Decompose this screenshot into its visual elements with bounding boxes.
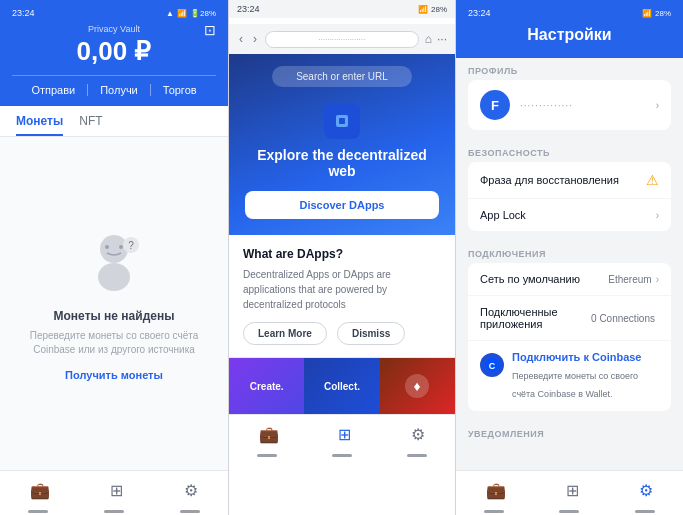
coinbase-connect-row[interactable]: C Подключить к Coinbase Переведите монет… [468, 341, 671, 411]
notifications-section: УВЕДОМЛЕНИЯ [456, 421, 683, 443]
status-icons: ▲ 📶 🔋28% [166, 9, 216, 18]
svg-text:C: C [489, 361, 496, 371]
forward-button[interactable]: › [251, 30, 259, 48]
gesture-back [28, 510, 48, 513]
url-text: ····················· [319, 35, 366, 44]
settings-status-icons: 📶 28% [642, 9, 671, 18]
qr-icon[interactable]: ⊡ [204, 22, 216, 38]
hero-title: Explore the decentralized web [245, 147, 439, 179]
settings-time: 23:24 [468, 8, 491, 18]
browser-action-icons: ⌂ ··· [425, 32, 447, 46]
app-lock-label: App Lock [480, 209, 656, 221]
dapp-hero-section: Search or enter URL Explore the decentra… [229, 54, 455, 235]
app-lock-row[interactable]: App Lock › [468, 199, 671, 231]
grid-nav-icon[interactable]: ⊞ [102, 479, 131, 502]
asset-tabs: Монеты NFT [0, 106, 228, 137]
profile-section: ПРОФИЛЬ F ·············· › [456, 58, 683, 140]
browser-status-icons: 📶 28% [418, 5, 447, 14]
browser-gesture-bar [229, 450, 455, 459]
settings-content: ПРОФИЛЬ F ·············· › БЕЗОПАСНОСТЬ … [456, 58, 683, 470]
browser-settings-icon[interactable]: ⚙ [403, 423, 433, 446]
dapp-info-card: What are DApps? Decentralized Apps or DA… [229, 235, 455, 358]
profile-row[interactable]: F ·············· › [468, 80, 671, 130]
settings-gesture-back [484, 510, 504, 513]
browser-gesture-recents [407, 454, 427, 457]
balance-display: 0,00 ₽ [77, 36, 152, 67]
status-bar: 23:24 ▲ 📶 🔋28% [12, 8, 216, 18]
tab-coins[interactable]: Монеты [16, 114, 63, 136]
status-time: 23:24 [12, 8, 35, 18]
get-coins-link[interactable]: Получить монеты [65, 369, 163, 381]
nft-banner: Create. Collect. ♦ [229, 358, 455, 414]
gesture-home [104, 510, 124, 513]
settings-panel: 23:24 📶 28% Настройки ПРОФИЛЬ F ········… [456, 0, 683, 515]
svg-point-0 [100, 235, 128, 263]
profile-name: ·············· [520, 100, 656, 111]
info-card-buttons: Learn More Dismiss [243, 322, 441, 345]
security-card: Фраза для восстановления ⚠ App Lock › [468, 162, 671, 231]
svg-point-1 [98, 263, 130, 291]
more-icon[interactable]: ··· [437, 32, 447, 46]
search-bar[interactable]: Search or enter URL [272, 66, 412, 87]
settings-status-bar: 23:24 📶 28% [468, 8, 671, 18]
default-network-row[interactable]: Сеть по умолчанию Ethereum › [468, 263, 671, 296]
browser-wallet-icon[interactable]: 💼 [251, 423, 287, 446]
wallet-panel: 23:24 ▲ 📶 🔋28% Privacy Vault ⊡ 0,00 ₽ От… [0, 0, 228, 515]
profile-chevron: › [656, 100, 659, 111]
coinbase-icon: C [480, 353, 504, 377]
browser-bottom-nav: 💼 ⊞ ⚙ [229, 414, 455, 450]
banner-extra: ♦ [380, 358, 455, 414]
recovery-phrase-row[interactable]: Фраза для восстановления ⚠ [468, 162, 671, 199]
browser-panel: 23:24 📶 28% ‹ › ····················· ⌂ … [228, 0, 456, 515]
coinbase-description: Переведите монеты со своего счёта Coinba… [512, 371, 638, 399]
discover-dapps-button[interactable]: Discover DApps [245, 191, 439, 219]
svg-text:♦: ♦ [414, 378, 421, 394]
connected-apps-row[interactable]: Подключенные приложения 0 Connections [468, 296, 671, 341]
settings-nav-icon[interactable]: ⚙ [176, 479, 206, 502]
apps-count: 0 Connections [591, 313, 655, 324]
settings-wallet-nav[interactable]: 💼 [478, 479, 514, 502]
trade-button[interactable]: Торгов [150, 84, 209, 96]
mascot-icon: ? [79, 227, 149, 297]
settings-grid-nav[interactable]: ⊞ [558, 479, 587, 502]
wallet-nav-icon[interactable]: 💼 [22, 479, 58, 502]
connections-section: ПОДКЛЮЧЕНИЯ Сеть по умолчанию Ethereum ›… [456, 241, 683, 421]
browser-battery: 28% [431, 5, 447, 14]
network-value: Ethereum [608, 274, 651, 285]
coinbase-content: Подключить к Coinbase Переведите монеты … [512, 351, 659, 401]
dapp-icon [324, 103, 360, 139]
browser-status-bar: 23:24 📶 28% [229, 0, 455, 18]
svg-text:?: ? [128, 240, 134, 251]
settings-battery: 28% [655, 9, 671, 18]
connections-card: Сеть по умолчанию Ethereum › Подключенны… [468, 263, 671, 411]
dismiss-button[interactable]: Dismiss [337, 322, 405, 345]
banner-collect: Collect. [304, 358, 379, 414]
applock-chevron: › [656, 210, 659, 221]
learn-more-button[interactable]: Learn More [243, 322, 327, 345]
svg-point-3 [119, 245, 123, 249]
coinbase-link-text: Подключить к Coinbase [512, 351, 659, 363]
svg-point-2 [105, 245, 109, 249]
browser-grid-icon[interactable]: ⊞ [330, 423, 359, 446]
profile-card: F ·············· › [468, 80, 671, 130]
settings-header: 23:24 📶 28% Настройки [456, 0, 683, 58]
settings-gesture-recents [635, 510, 655, 513]
wallet-header: 23:24 ▲ 📶 🔋28% Privacy Vault ⊡ 0,00 ₽ От… [0, 0, 228, 106]
browser-toolbar: ‹ › ····················· ⌂ ··· [229, 24, 455, 54]
url-bar[interactable]: ····················· [265, 31, 419, 48]
home-icon[interactable]: ⌂ [425, 32, 432, 46]
back-button[interactable]: ‹ [237, 30, 245, 48]
profile-name-masked: ·············· [520, 100, 656, 111]
action-buttons: Отправи Получи Торгов [12, 75, 216, 96]
settings-gear-nav[interactable]: ⚙ [631, 479, 661, 502]
connections-section-label: ПОДКЛЮЧЕНИЯ [468, 249, 671, 259]
settings-wifi: 📶 [642, 9, 652, 18]
browser-gesture-home [332, 454, 352, 457]
account-name: Privacy Vault [88, 24, 140, 34]
security-section-label: БЕЗОПАСНОСТЬ [468, 148, 671, 158]
battery-icon: 🔋28% [190, 9, 216, 18]
send-button[interactable]: Отправи [19, 84, 87, 96]
tab-nft[interactable]: NFT [79, 114, 102, 136]
empty-title: Монеты не найдены [54, 309, 175, 323]
receive-button[interactable]: Получи [87, 84, 150, 96]
